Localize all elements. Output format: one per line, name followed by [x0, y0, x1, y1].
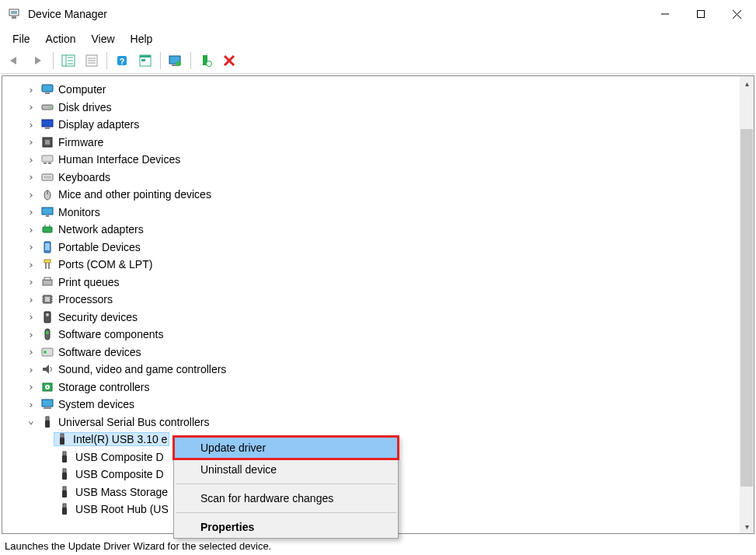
chevron-right-icon[interactable] — [26, 294, 37, 305]
tree-category-label: Monitors — [58, 206, 100, 218]
tree-category[interactable]: Portable Devices — [7, 239, 754, 257]
tree-category[interactable]: Human Interface Devices — [7, 151, 754, 169]
tree-category[interactable]: Display adapters — [7, 116, 754, 134]
net-icon — [41, 223, 54, 236]
toolbar-properties-button[interactable] — [82, 51, 102, 70]
toolbar-help-button[interactable]: ? — [112, 51, 132, 70]
tree-category[interactable]: Universal Serial Bus controllers — [7, 414, 754, 431]
svg-rect-19 — [140, 55, 151, 58]
usb-icon — [58, 468, 71, 480]
chevron-right-icon[interactable] — [26, 346, 37, 358]
svg-rect-45 — [46, 215, 49, 217]
tree-category-label: Mice and other pointing devices — [58, 188, 211, 201]
context-menu-item[interactable]: Update driver — [174, 437, 398, 459]
svg-rect-75 — [46, 417, 49, 421]
chevron-right-icon[interactable] — [26, 206, 37, 218]
toolbar-update-driver-button[interactable] — [165, 51, 186, 70]
tree-category[interactable]: Computer — [7, 81, 754, 99]
chevron-right-icon[interactable] — [26, 84, 37, 96]
chevron-right-icon[interactable] — [26, 154, 37, 166]
svg-rect-38 — [48, 162, 51, 164]
tree-category-label: Keyboards — [58, 171, 110, 183]
tree-category[interactable]: Network adapters — [7, 221, 754, 239]
disk-icon — [41, 101, 54, 113]
tree-category[interactable]: Disk drives — [7, 99, 754, 117]
tree-category[interactable]: Firmware — [7, 134, 754, 152]
menu-action[interactable]: Action — [40, 31, 82, 47]
scroll-down-button[interactable]: ▾ — [740, 519, 754, 533]
toolbar-properties-sheet-button[interactable] — [135, 51, 155, 70]
context-menu-item[interactable]: Scan for hardware changes — [174, 487, 398, 509]
tree-category[interactable]: Storage controllers — [7, 379, 754, 396]
tree-category-label: Network adapters — [58, 223, 144, 236]
svg-rect-46 — [43, 227, 52, 232]
port-icon — [41, 258, 54, 271]
svg-point-65 — [46, 313, 49, 316]
tree-category[interactable]: System devices — [7, 396, 754, 414]
monitor-icon — [41, 206, 54, 218]
toolbar-scan-hardware-button[interactable] — [196, 51, 216, 70]
chevron-right-icon[interactable] — [26, 101, 37, 113]
toolbar-separator — [160, 52, 161, 69]
chevron-right-icon[interactable] — [26, 119, 37, 131]
tree-category[interactable]: Keyboards — [7, 169, 754, 187]
toolbar-show-hide-tree-button[interactable] — [58, 51, 78, 70]
vertical-scrollbar[interactable]: ▴ ▾ — [740, 76, 754, 533]
tree-category[interactable]: Processors — [7, 291, 754, 309]
menu-help[interactable]: Help — [124, 31, 159, 47]
tree-category-label: Ports (COM & LPT) — [58, 258, 152, 271]
tree-category-label: Software devices — [58, 346, 141, 358]
context-menu: Update driverUninstall deviceScan for ha… — [173, 436, 399, 539]
chevron-right-icon[interactable] — [26, 171, 37, 183]
tree-item-selected[interactable]: Intel(R) USB 3.10 e — [54, 432, 169, 446]
security-icon — [41, 311, 54, 323]
tree-item-label: USB Composite D — [75, 451, 164, 463]
tree-category[interactable]: Print queues — [7, 274, 754, 291]
chevron-right-icon[interactable] — [26, 276, 37, 288]
tree-category[interactable]: Software components — [7, 326, 754, 344]
svg-point-67 — [46, 331, 49, 334]
toolbar-uninstall-button[interactable] — [219, 51, 239, 70]
context-menu-separator — [176, 512, 396, 513]
chevron-right-icon[interactable] — [26, 399, 37, 410]
chevron-right-icon[interactable] — [26, 189, 37, 201]
chevron-right-icon[interactable] — [26, 259, 37, 271]
tree-category[interactable]: Monitors — [7, 204, 754, 222]
tree-category[interactable]: Ports (COM & LPT) — [7, 256, 754, 274]
tree-category[interactable]: Security devices — [7, 309, 754, 326]
chevron-right-icon[interactable] — [26, 329, 37, 340]
chevron-down-icon[interactable] — [26, 416, 37, 428]
svg-point-31 — [50, 106, 51, 108]
svg-rect-35 — [45, 140, 50, 145]
context-menu-item[interactable]: Uninstall device — [174, 459, 398, 480]
computer-icon — [41, 83, 54, 96]
chevron-right-icon[interactable] — [26, 364, 37, 375]
menu-file[interactable]: File — [6, 31, 37, 47]
svg-rect-52 — [45, 263, 47, 269]
svg-text:?: ? — [120, 57, 125, 66]
close-button[interactable] — [719, 2, 754, 26]
scroll-thumb[interactable] — [740, 129, 753, 487]
maximize-button[interactable] — [683, 2, 719, 26]
tree-category[interactable]: Mice and other pointing devices — [7, 186, 754, 204]
chevron-right-icon[interactable] — [26, 224, 37, 236]
tree-category-label: Disk drives — [58, 101, 111, 113]
svg-rect-54 — [43, 280, 52, 285]
svg-rect-2 — [12, 16, 16, 19]
svg-rect-83 — [63, 487, 66, 490]
minimize-button[interactable] — [647, 2, 683, 26]
chevron-right-icon[interactable] — [26, 136, 37, 148]
scroll-up-button[interactable]: ▴ — [740, 76, 754, 90]
toolbar-forward-button[interactable] — [28, 51, 48, 70]
tree-category[interactable]: Sound, video and game controllers — [7, 361, 754, 379]
toolbar-separator — [106, 52, 107, 69]
toolbar-back-button[interactable] — [5, 51, 25, 70]
svg-rect-50 — [45, 243, 50, 250]
context-menu-item[interactable]: Properties — [174, 516, 398, 538]
keyboard-icon — [41, 171, 54, 183]
menu-view[interactable]: View — [85, 31, 120, 47]
chevron-right-icon[interactable] — [26, 241, 37, 253]
chevron-right-icon[interactable] — [26, 381, 37, 393]
tree-category[interactable]: Software devices — [7, 344, 754, 361]
chevron-right-icon[interactable] — [26, 311, 37, 323]
